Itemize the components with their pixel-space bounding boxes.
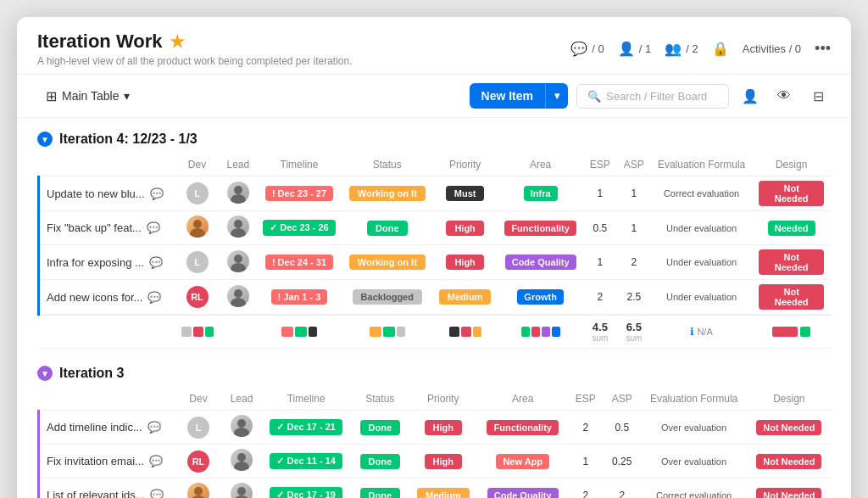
iteration3-header: ▼ Iteration 3: [37, 366, 831, 381]
iteration4-toggle[interactable]: ▼: [37, 131, 53, 147]
search-input[interactable]: 🔍 Search / Filter Board: [576, 84, 729, 109]
view-selector[interactable]: ⊞ Main Table ▾: [37, 84, 138, 109]
priority-cell: High: [409, 411, 478, 445]
area-bar: [531, 327, 540, 337]
avatar: [187, 483, 209, 498]
eval-cell: Correct evaluation: [641, 478, 748, 499]
activities-stat[interactable]: Activities / 0: [743, 42, 801, 55]
new-item-chevron-icon[interactable]: ▾: [545, 84, 568, 108]
area-badge: Code Quality: [487, 488, 559, 499]
comment-bubble-icon[interactable]: 💬: [150, 489, 164, 498]
row-title: List of relevant ids...: [47, 489, 145, 498]
comment-bubble-icon[interactable]: 💬: [150, 187, 164, 200]
svg-point-1: [231, 194, 246, 204]
col-design: Design: [752, 154, 831, 176]
timeline-badge: ! Dec 24 - 31: [265, 255, 333, 270]
asp-cell: 2: [617, 245, 651, 280]
col-status: Status: [352, 388, 409, 411]
table-row: Update to new blu... 💬 L ! Dec 23 - 27 W…: [39, 176, 832, 211]
design-cell: Needed: [752, 211, 831, 245]
esp-sum-value: 4.5: [590, 321, 610, 333]
team-stat[interactable]: 👥 / 2: [665, 41, 698, 57]
table-row: Add new icons for... 💬 RL ! Jan 1 - 3 Ba…: [39, 280, 832, 316]
asp-cell: 0.25: [604, 445, 641, 478]
lead-cell: [223, 411, 261, 445]
eval-cell: Over evaluation: [641, 411, 748, 445]
user-stat[interactable]: 👤 / 1: [618, 41, 651, 57]
asp-sum-value: 6.5: [624, 321, 644, 333]
comment-bubble-icon[interactable]: 💬: [147, 291, 161, 304]
table-row: Infra for exposing ... 💬 L ! Dec 24 - 31…: [39, 245, 832, 280]
svg-point-0: [234, 186, 242, 194]
page-title: Iteration Work ★: [37, 31, 353, 53]
esp-cell: 2: [568, 478, 604, 499]
filter-icon[interactable]: ⊟: [805, 83, 831, 109]
profile-icon[interactable]: 👤: [737, 83, 763, 109]
row-name-inner: Add timeline indic... 💬: [47, 421, 168, 434]
app-window: Iteration Work ★ A high-level view of al…: [17, 17, 851, 498]
esp-cell: 1: [583, 245, 617, 280]
asp-sum-label: sum: [624, 333, 644, 343]
new-item-button[interactable]: New Item ▾: [470, 83, 568, 109]
svg-point-2: [193, 220, 202, 228]
comment-count: / 0: [592, 42, 604, 55]
chevron-down-icon: ▾: [124, 89, 130, 103]
status-badge: Done: [360, 488, 401, 499]
comment-bubble-icon[interactable]: 💬: [149, 455, 163, 467]
row-title: Infra for exposing ...: [47, 256, 144, 269]
status-color-bars: [349, 327, 426, 337]
row-title: Fix invitation emai...: [47, 455, 144, 467]
asp-cell: 2.5: [617, 280, 651, 316]
timeline-cell: ! Jan 1 - 3: [256, 280, 342, 316]
star-icon[interactable]: ★: [170, 31, 185, 52]
asp-cell: 2: [604, 478, 641, 499]
priority-cell: High: [432, 211, 498, 245]
col-design: Design: [748, 388, 831, 411]
sum-na: ℹ N/A: [651, 315, 752, 349]
sum-priority-bars: [432, 315, 498, 349]
status-badge: Done: [360, 420, 401, 435]
new-item-label: New Item: [470, 83, 545, 109]
comment-bubble-icon[interactable]: 💬: [149, 256, 163, 269]
iteration3-toggle[interactable]: ▼: [37, 366, 53, 381]
iteration4-header: ▼ Iteration 4: 12/23 - 1/3: [37, 131, 831, 147]
row-title: Update to new blu...: [47, 187, 145, 200]
col-timeline: Timeline: [261, 388, 352, 411]
svg-point-10: [237, 419, 246, 428]
svg-point-11: [234, 428, 249, 437]
lead-cell: [223, 445, 261, 478]
eval-cell: Correct evaluation: [651, 176, 752, 211]
design-cell: Not Needed: [752, 245, 831, 280]
comment-stat[interactable]: 💬 / 0: [570, 41, 604, 57]
svg-point-7: [231, 263, 246, 272]
svg-point-5: [231, 228, 246, 238]
design-cell: Not Needed: [748, 478, 831, 499]
iteration3-title: Iteration 3: [59, 366, 124, 381]
more-options-icon[interactable]: •••: [815, 40, 831, 58]
toolbar: ⊞ Main Table ▾ New Item ▾ 🔍 Search / Fil…: [17, 75, 851, 118]
comment-bubble-icon[interactable]: 💬: [147, 421, 161, 434]
lead-avatar: [227, 285, 249, 307]
priority-cell: Medium: [432, 280, 498, 316]
col-status: Status: [342, 154, 432, 176]
comment-bubble-icon[interactable]: 💬: [147, 221, 160, 234]
sum-area-bars: [498, 315, 582, 349]
iteration3-table: Dev Lead Timeline Status Priority Area E…: [37, 388, 831, 498]
avatar: RL: [186, 286, 209, 308]
eye-icon[interactable]: 👁: [771, 83, 797, 109]
priority-badge: High: [425, 420, 462, 435]
timeline-badge: ✓ Dec 17 - 19: [270, 487, 342, 498]
lead-avatar: [227, 182, 249, 204]
status-badge: Backlogged: [353, 289, 422, 305]
dev-bar: [193, 327, 203, 337]
col-dev: Dev: [175, 388, 223, 411]
header-left: Iteration Work ★ A high-level view of al…: [37, 31, 353, 67]
dev-cell: L: [175, 411, 223, 445]
asp-cell: 0.5: [604, 411, 641, 445]
lock-stat[interactable]: 🔒: [712, 41, 729, 57]
svg-point-4: [234, 220, 242, 228]
timeline-badge: ✓ Dec 17 - 21: [270, 419, 342, 435]
sum-design-bars: [752, 315, 831, 349]
row-name-cell: Infra for exposing ... 💬: [39, 245, 175, 280]
priority-cell: Medium: [409, 478, 478, 499]
